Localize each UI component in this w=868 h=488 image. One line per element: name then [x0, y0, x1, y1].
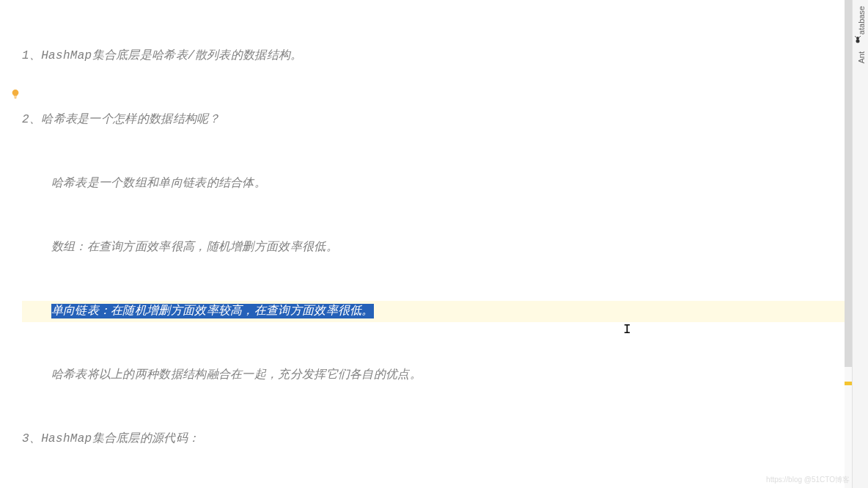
svg-line-2 — [855, 36, 856, 37]
watermark: https://blog @51CTO博客 — [766, 475, 850, 485]
code-line: 哈希表是一个数组和单向链表的结合体。 — [22, 173, 852, 194]
sidebar-tab-ant[interactable]: Ant — [855, 45, 868, 70]
highlighted-code-line: 单向链表：在随机增删方面效率较高，在查询方面效率很低。 — [22, 301, 852, 322]
gutter — [0, 0, 22, 488]
scrollbar-track[interactable] — [845, 0, 852, 488]
lightbulb-icon[interactable] — [10, 89, 21, 99]
scrollbar-marker — [845, 382, 852, 385]
code-line: 1、HashMap集合底层是哈希表/散列表的数据结构。 — [22, 45, 852, 67]
sidebar-tab-database[interactable]: atabase — [855, 0, 868, 40]
scrollbar-thumb[interactable] — [845, 0, 852, 367]
svg-point-1 — [856, 40, 860, 43]
svg-point-0 — [856, 37, 859, 40]
selected-text: 单向链表：在随机增删方面效率较高，在查询方面效率很低。 — [51, 304, 374, 318]
right-sidebar: atabase Ant — [852, 0, 868, 488]
editor-container: 1、HashMap集合底层是哈希表/散列表的数据结构。 2、哈希表是一个怎样的数… — [0, 0, 868, 488]
text-cursor-icon: I — [623, 319, 631, 340]
code-line: 哈希表将以上的两种数据结构融合在一起，充分发挥它们各自的优点。 — [22, 365, 852, 386]
code-editor[interactable]: 1、HashMap集合底层是哈希表/散列表的数据结构。 2、哈希表是一个怎样的数… — [22, 0, 852, 488]
ant-icon — [856, 35, 864, 44]
svg-line-3 — [859, 36, 861, 37]
code-line: 3、HashMap集合底层的源代码： — [22, 429, 852, 450]
code-line: 2、哈希表是一个怎样的数据结构呢？ — [22, 109, 852, 131]
code-line: 数组：在查询方面效率很高，随机增删方面效率很低。 — [22, 237, 852, 258]
